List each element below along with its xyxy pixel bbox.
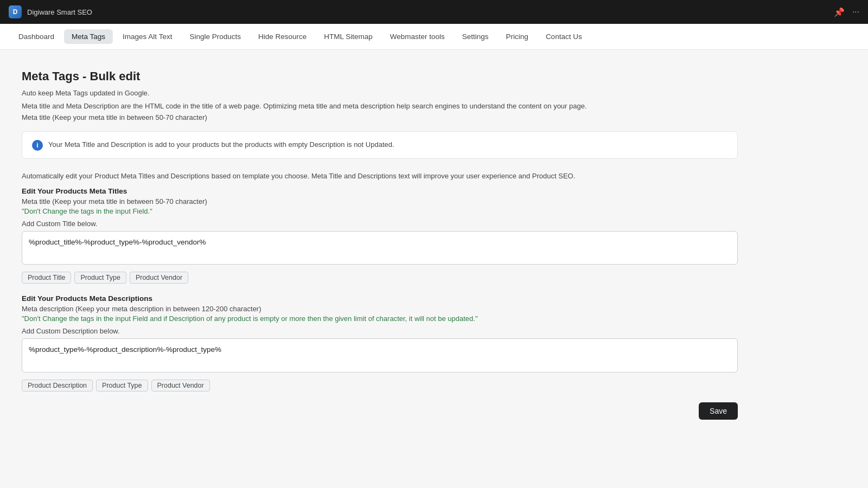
tag-pill-desc-product-description: Product Description xyxy=(22,380,93,391)
meta-desc-tags: Product DescriptionProduct TypeProduct V… xyxy=(22,380,738,391)
meta-title-char-hint: Meta title (Keep your meta title in betw… xyxy=(22,197,738,206)
meta-title-warning: "Don't Change the tags in the input Fiel… xyxy=(22,207,738,215)
page-desc2: Meta title and Meta Description are the … xyxy=(22,101,738,112)
tag-pill-product-title: Product Title xyxy=(22,272,71,284)
page-desc1: Auto keep Meta Tags updated in Google. xyxy=(22,88,738,99)
nav-item-images-alt-text[interactable]: Images Alt Text xyxy=(115,29,180,44)
save-button[interactable]: Save xyxy=(699,402,738,420)
info-icon: i xyxy=(32,140,43,151)
tag-pill-product-vendor: Product Vendor xyxy=(130,272,188,284)
meta-desc-label: Add Custom Description below. xyxy=(22,327,738,335)
page-title: Meta Tags - Bulk edit xyxy=(22,69,738,84)
info-box: i Your Meta Title and Description is add… xyxy=(22,131,738,159)
tag-pill-desc-product-type: Product Type xyxy=(96,380,148,391)
top-bar: D Digiware Smart SEO 📌 ··· xyxy=(0,0,868,24)
nav-item-dashboard[interactable]: Dashboard xyxy=(11,29,62,44)
nav-item-html-sitemap[interactable]: HTML Sitemap xyxy=(316,29,380,44)
nav-item-single-products[interactable]: Single Products xyxy=(182,29,248,44)
info-text: Your Meta Title and Description is add t… xyxy=(48,139,394,150)
auto-edit-text: Automatically edit your Product Meta Tit… xyxy=(22,171,738,182)
main-nav: DashboardMeta TagsImages Alt TextSingle … xyxy=(0,24,868,50)
meta-titles-section-title: Edit Your Products Meta Titles xyxy=(22,187,738,195)
meta-title-tags: Product TitleProduct TypeProduct Vendor xyxy=(22,272,738,284)
tag-pill-desc-product-vendor: Product Vendor xyxy=(151,380,210,391)
main-content: Meta Tags - Bulk edit Auto keep Meta Tag… xyxy=(0,50,760,439)
nav-item-contact-us[interactable]: Contact Us xyxy=(538,29,590,44)
meta-title-textarea[interactable] xyxy=(22,231,738,265)
app-icon: D xyxy=(9,5,22,18)
meta-desc-char-hint: Meta description (Keep your meta descrip… xyxy=(22,305,738,313)
nav-item-hide-resource[interactable]: Hide Resource xyxy=(251,29,314,44)
meta-desc-section-title: Edit Your Products Meta Descriptions xyxy=(22,294,738,303)
meta-title-label: Add Custom Title below. xyxy=(22,220,738,228)
save-row: Save xyxy=(22,402,738,420)
nav-item-settings[interactable]: Settings xyxy=(455,29,496,44)
nav-item-meta-tags[interactable]: Meta Tags xyxy=(64,29,113,44)
nav-item-pricing[interactable]: Pricing xyxy=(499,29,536,44)
pin-icon[interactable]: 📌 xyxy=(834,7,845,17)
meta-desc-warning: "Don't Change the tags in the input Fiel… xyxy=(22,314,738,323)
meta-title-hint: Meta title (Keep your meta title in betw… xyxy=(22,113,738,121)
app-title: Digiware Smart SEO xyxy=(27,8,92,16)
top-bar-right: 📌 ··· xyxy=(834,7,859,17)
nav-item-webmaster-tools[interactable]: Webmaster tools xyxy=(382,29,452,44)
meta-desc-textarea[interactable] xyxy=(22,338,738,373)
more-icon[interactable]: ··· xyxy=(852,7,859,17)
tag-pill-product-type: Product Type xyxy=(74,272,126,284)
